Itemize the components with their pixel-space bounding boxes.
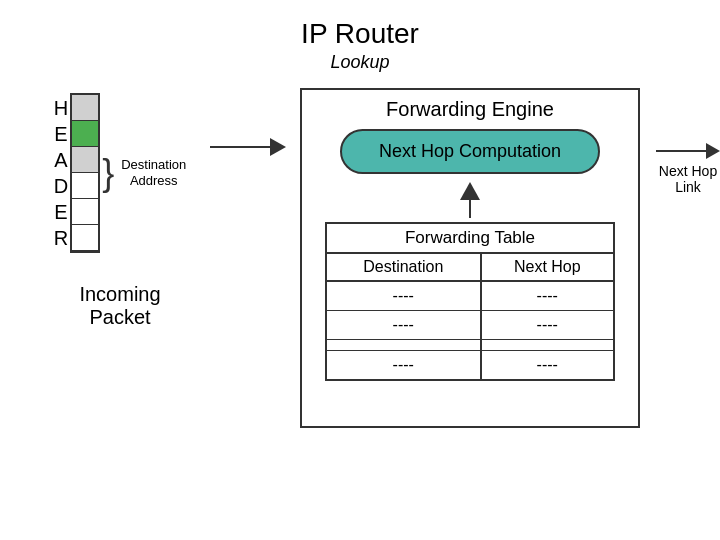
header-letters: H E A D E R — [54, 95, 68, 251]
engine-title: Forwarding Engine — [302, 98, 638, 121]
incoming-packet-label: Incoming Packet — [79, 283, 160, 329]
col-next-hop: Next Hop — [481, 254, 613, 281]
table-cell-dest — [327, 340, 481, 351]
table-cell-hop — [481, 340, 613, 351]
page-subtitle: Lookup — [0, 52, 720, 73]
destination-address-label: DestinationAddress — [121, 157, 186, 188]
next-hop-link-label: Next Hop Link — [659, 163, 717, 195]
table-cell-hop: ---- — [481, 351, 613, 380]
table-cell-dest: ---- — [327, 311, 481, 340]
arrow-up-line — [469, 200, 471, 218]
arrow-up-container — [302, 182, 638, 218]
header-h: H — [54, 95, 68, 121]
forwarding-engine-area: Forwarding Engine Next Hop Computation F… — [290, 83, 648, 428]
brace-icon: } — [102, 152, 114, 194]
arrow-up-icon — [460, 182, 480, 200]
page-title: IP Router — [0, 18, 720, 50]
table-row: -------- — [327, 281, 613, 311]
table-row — [327, 340, 613, 351]
forwarding-table-container: Forwarding Table Destination Next Hop --… — [325, 222, 615, 381]
header-e: E — [54, 121, 67, 147]
table-row: -------- — [327, 311, 613, 340]
table-row: -------- — [327, 351, 613, 380]
header-a: A — [54, 147, 67, 173]
col-destination: Destination — [327, 254, 481, 281]
nhc-oval: Next Hop Computation — [340, 129, 600, 174]
table-cell-hop: ---- — [481, 311, 613, 340]
table-cell-dest: ---- — [327, 281, 481, 311]
forwarding-table-title: Forwarding Table — [327, 224, 613, 254]
header-d: D — [54, 173, 68, 199]
table-cell-hop: ---- — [481, 281, 613, 311]
forwarding-engine-box: Forwarding Engine Next Hop Computation F… — [300, 88, 640, 428]
header-e2: E — [54, 199, 67, 225]
packet-strip — [70, 93, 100, 253]
table-cell-dest: ---- — [327, 351, 481, 380]
forwarding-table: Destination Next Hop -------------------… — [327, 254, 613, 379]
header-r: R — [54, 225, 68, 251]
